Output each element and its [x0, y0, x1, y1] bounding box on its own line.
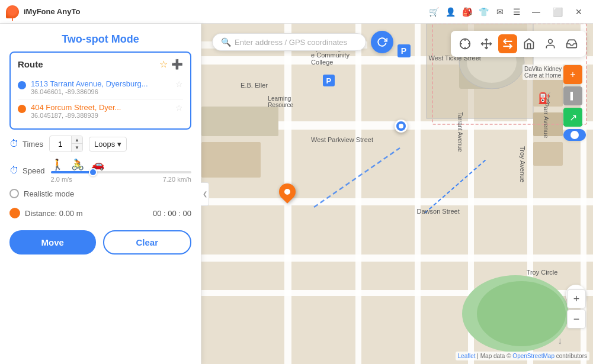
search-refresh-button[interactable] — [371, 31, 393, 53]
waypoint-1-coords: 36.046601, -89.386096 — [31, 88, 171, 95]
clear-button[interactable]: Clear — [103, 230, 192, 255]
location-bar-icon[interactable]: ▌ — [563, 86, 582, 105]
osm-link[interactable]: OpenStreetMap — [512, 353, 554, 359]
waypoint-tool-button[interactable] — [520, 34, 538, 53]
waypoint-1-name[interactable]: 1513 Tarrant Avenue, Dyersburg... — [31, 79, 171, 88]
search-icon: 🔍 — [221, 37, 231, 47]
main-layout: ❮ Two-spot Mode Route ☆ ➕ 1513 Tarrant — [0, 24, 593, 364]
stepper-down-button[interactable]: ▼ — [72, 144, 82, 152]
route-add-icon[interactable]: ➕ — [171, 59, 183, 70]
svg-rect-4 — [201, 255, 593, 262]
distance-row: Distance: 0.00 m 00 : 00 : 00 — [9, 204, 191, 222]
realistic-mode-label: Realistic mode — [24, 189, 74, 198]
side-panel: ❮ Two-spot Mode Route ☆ ➕ 1513 Tarrant — [0, 24, 201, 364]
route-tool-button[interactable] — [498, 34, 517, 53]
realistic-mode-row: Realistic mode — [9, 189, 191, 198]
svg-rect-27 — [533, 142, 563, 166]
speed-min: 2.0 m/s — [51, 176, 72, 183]
times-stepper[interactable]: ▲ ▼ — [49, 136, 83, 152]
svg-rect-8 — [415, 24, 421, 364]
zoom-in-button[interactable]: + — [567, 289, 586, 308]
move-button[interactable]: Move — [9, 230, 96, 255]
user-icon[interactable]: 👤 — [444, 5, 457, 18]
bag-icon[interactable]: 🎒 — [460, 5, 473, 18]
speed-label: Speed — [23, 166, 45, 175]
map-background — [201, 24, 593, 364]
speed-row: ⏱ Speed 🚶 🚴 🚗 2.0 — [9, 158, 191, 183]
route-favorite-icon[interactable]: ☆ — [159, 59, 168, 70]
waypoint-2-star-icon[interactable]: ☆ — [175, 103, 183, 112]
time-display: 00 : 00 : 00 — [153, 209, 191, 218]
times-row: ⏱ Times ▲ ▼ Loops ▾ — [9, 136, 191, 152]
waypoint-2: 404 Forcum Street, Dyer... 36.045187, -8… — [18, 99, 183, 123]
route-header-icons: ☆ ➕ — [159, 59, 183, 70]
origin-marker[interactable] — [395, 120, 408, 133]
times-input[interactable] — [50, 137, 71, 151]
bike-icon[interactable]: 🚴 — [71, 158, 84, 171]
crosshair-tool-button[interactable] — [456, 34, 475, 53]
layers-tool-button[interactable] — [562, 34, 581, 53]
svg-rect-28 — [201, 107, 278, 136]
map-right-icons: + ▌ ↗ — [563, 65, 586, 141]
mail-icon[interactable]: ✉ — [493, 5, 507, 18]
distance-text: Distance: 0.00 m — [25, 209, 148, 218]
route-header: Route ☆ ➕ — [18, 59, 183, 70]
times-label: Times — [23, 140, 43, 149]
waypoint-2-info: 404 Forcum Street, Dyer... 36.045187, -8… — [31, 103, 171, 119]
toggle-icon[interactable] — [563, 129, 586, 141]
svg-rect-7 — [355, 24, 361, 364]
direction-icon[interactable]: ↗ — [563, 108, 582, 127]
walk-icon[interactable]: 🚶 — [51, 158, 64, 171]
search-placeholder: Enter address / GPS coordinates — [235, 38, 347, 47]
waypoint-1-info: 1513 Tarrant Avenue, Dyersburg... 36.046… — [31, 79, 171, 95]
svg-rect-29 — [201, 142, 261, 178]
minimize-button[interactable]: — — [528, 4, 544, 20]
map-area[interactable]: West Tickle Street West Parkview Street … — [201, 24, 593, 364]
svg-point-33 — [477, 281, 566, 346]
speed-thumb[interactable] — [89, 168, 97, 176]
gas-station-icon: ⛽ — [538, 92, 551, 105]
pan-tool-button[interactable] — [477, 34, 496, 53]
waypoint-1-dot — [18, 81, 26, 89]
waypoint-2-dot — [18, 105, 26, 113]
action-buttons: Move Clear — [9, 230, 191, 255]
cart-icon[interactable]: 🛒 — [427, 5, 440, 18]
zoom-out-button[interactable]: − — [567, 310, 586, 328]
maximize-button[interactable]: ⬜ — [549, 4, 566, 20]
search-bar: 🔍 Enter address / GPS coordinates — [212, 31, 393, 53]
shirt-icon[interactable]: 👕 — [477, 5, 490, 18]
app-title: iMyFone AnyTo — [24, 7, 427, 16]
loops-select[interactable]: Loops ▾ — [89, 137, 127, 152]
panel-collapse-tab[interactable]: ❮ — [201, 182, 209, 206]
leaflet-link[interactable]: Leaflet — [458, 353, 476, 359]
svg-rect-1 — [201, 56, 593, 65]
speed-slider[interactable] — [51, 171, 191, 173]
waypoint-2-coords: 36.045187, -89.388939 — [31, 112, 171, 119]
menu-icon[interactable]: ☰ — [510, 5, 523, 18]
route-box: Route ☆ ➕ 1513 Tarrant Avenue, Dyersburg… — [9, 51, 191, 130]
waypoint-2-name[interactable]: 404 Forcum Street, Dyer... — [31, 103, 171, 112]
speed-controls: 🚶 🚴 🚗 2.0 m/s 7.20 km/h — [51, 158, 191, 183]
destination-marker[interactable] — [279, 183, 296, 205]
speed-mode-icons: 🚶 🚴 🚗 — [51, 158, 191, 171]
parking-marker-1: P — [398, 44, 411, 57]
title-bar: iMyFone AnyTo 🛒 👤 🎒 👕 ✉ ☰ — ⬜ ✕ — [0, 0, 593, 24]
times-label-wrap: ⏱ Times — [9, 138, 43, 149]
speed-values: 2.0 m/s 7.20 km/h — [51, 176, 191, 183]
waypoint-1: 1513 Tarrant Avenue, Dyersburg... 36.046… — [18, 76, 183, 99]
stepper-up-button[interactable]: ▲ — [72, 136, 82, 144]
person-tool-button[interactable] — [541, 34, 560, 53]
svg-rect-3 — [201, 198, 593, 205]
loops-label: Loops — [94, 140, 115, 149]
map-zoom-controls: + − — [567, 289, 586, 328]
svg-point-44 — [549, 40, 553, 44]
search-input-wrap[interactable]: 🔍 Enter address / GPS coordinates — [212, 33, 366, 51]
close-button[interactable]: ✕ — [570, 4, 587, 20]
waypoint-1-star-icon[interactable]: ☆ — [175, 79, 183, 89]
realistic-mode-checkbox[interactable] — [9, 189, 19, 198]
speed-max: 7.20 km/h — [163, 176, 191, 183]
panel-content: Two-spot Mode Route ☆ ➕ 1513 Tarrant Ave… — [0, 24, 201, 364]
speed-fill — [51, 171, 93, 173]
distance-dot-icon — [9, 208, 20, 218]
add-waypoint-icon[interactable]: + — [563, 65, 582, 84]
